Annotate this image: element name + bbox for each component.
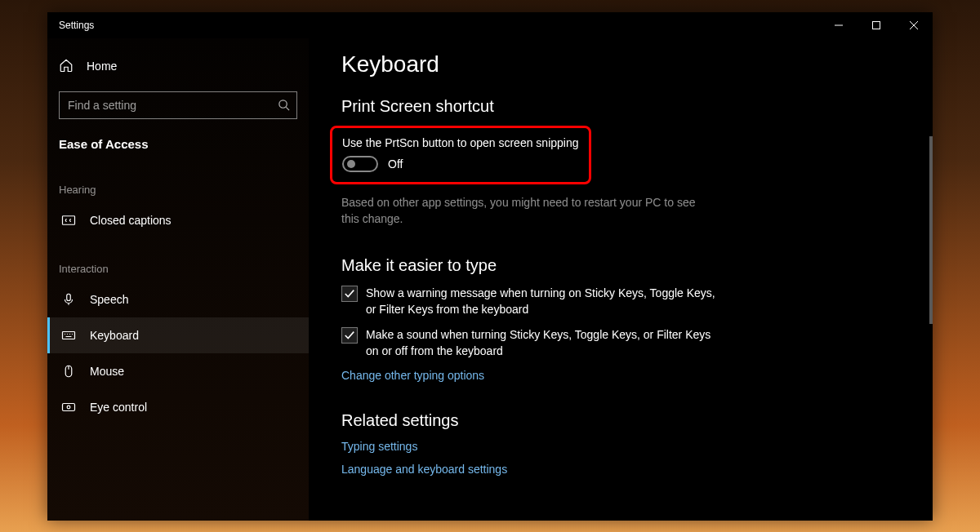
link-language-keyboard[interactable]: Language and keyboard settings xyxy=(341,463,900,476)
prtscn-toggle[interactable] xyxy=(342,156,378,172)
search-box[interactable] xyxy=(59,91,297,119)
maximize-button[interactable] xyxy=(858,12,895,38)
settings-window: Settings Home Ease of xyxy=(47,12,933,521)
search-icon xyxy=(278,99,290,114)
keyboard-icon xyxy=(60,328,77,343)
sidebar-item-keyboard[interactable]: Keyboard xyxy=(47,317,309,353)
check-icon xyxy=(344,288,355,299)
titlebar: Settings xyxy=(47,12,933,38)
group-interaction: Interaction xyxy=(59,238,297,282)
home-icon xyxy=(59,58,74,75)
window-title: Settings xyxy=(59,20,94,31)
section-heading-prtscn: Print Screen shortcut xyxy=(341,97,900,116)
svg-point-1 xyxy=(279,100,287,107)
minimize-icon xyxy=(835,21,843,29)
close-icon xyxy=(910,21,918,29)
eye-icon xyxy=(60,400,77,415)
checkbox-warning-label: Show a warning message when turning on S… xyxy=(366,285,717,318)
category-label: Ease of Access xyxy=(59,134,297,159)
section-heading-related: Related settings xyxy=(341,411,900,430)
close-button[interactable] xyxy=(895,12,933,38)
section-heading-type: Make it easier to type xyxy=(341,256,900,275)
scrollbar-thumb[interactable] xyxy=(929,136,933,324)
minimize-button[interactable] xyxy=(820,12,858,38)
checkbox-sound-label: Make a sound when turning Sticky Keys, T… xyxy=(366,326,717,360)
checkbox-sound[interactable] xyxy=(341,327,358,344)
home-nav[interactable]: Home xyxy=(59,53,297,91)
link-change-typing[interactable]: Change other typing options xyxy=(341,369,900,382)
check-icon xyxy=(344,330,355,341)
sidebar: Home Ease of Access Hearing Closed capti… xyxy=(47,38,309,521)
sidebar-item-label: Speech xyxy=(90,293,128,306)
page-title: Keyboard xyxy=(341,51,900,78)
prtscn-toggle-state: Off xyxy=(388,157,403,171)
sidebar-item-speech[interactable]: Speech xyxy=(59,282,297,317)
svg-rect-0 xyxy=(873,21,880,29)
sidebar-item-mouse[interactable]: Mouse xyxy=(59,353,297,389)
group-hearing: Hearing xyxy=(59,159,297,202)
closed-captions-icon xyxy=(60,213,77,228)
sidebar-item-eye-control[interactable]: Eye control xyxy=(59,389,297,425)
checkbox-warning[interactable] xyxy=(341,286,358,302)
home-label: Home xyxy=(87,60,117,73)
svg-rect-2 xyxy=(63,215,75,224)
mouse-icon xyxy=(60,364,77,379)
prtscn-toggle-label: Use the PrtScn button to open screen sni… xyxy=(342,136,579,149)
svg-rect-4 xyxy=(63,331,75,339)
maximize-icon xyxy=(872,21,880,29)
sidebar-item-closed-captions[interactable]: Closed captions xyxy=(59,202,297,238)
sidebar-item-label: Eye control xyxy=(90,401,147,414)
main-panel: Keyboard Print Screen shortcut Use the P… xyxy=(309,38,933,521)
sidebar-item-label: Closed captions xyxy=(90,214,172,227)
svg-rect-3 xyxy=(67,294,71,300)
search-input[interactable] xyxy=(68,99,269,112)
sidebar-item-label: Mouse xyxy=(90,365,124,378)
sidebar-item-label: Keyboard xyxy=(90,329,139,342)
svg-point-7 xyxy=(67,406,70,409)
prtscn-hint: Based on other app settings, you might n… xyxy=(341,194,709,228)
svg-rect-6 xyxy=(63,403,75,410)
microphone-icon xyxy=(60,292,77,307)
highlight-annotation: Use the PrtScn button to open screen sni… xyxy=(330,126,591,184)
scrollbar[interactable] xyxy=(929,38,933,521)
link-typing-settings[interactable]: Typing settings xyxy=(341,440,900,453)
